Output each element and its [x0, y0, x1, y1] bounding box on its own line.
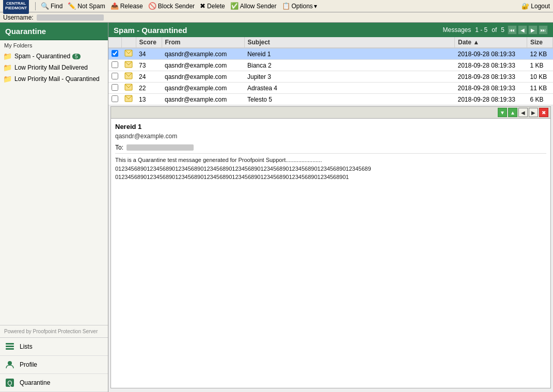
main-layout: Quarantine My Folders 📁 Spam - Quarantin… [0, 23, 553, 392]
preview-prev-button[interactable]: ◀ [518, 108, 528, 117]
row-subject-2: Jupiter 3 [244, 71, 455, 83]
next-page-button[interactable]: ▶ [528, 25, 538, 35]
options-button[interactable]: 📋 Options ▾ [282, 2, 317, 10]
email-table-wrapper: Score From Subject Date ▲ Size 34 qasndr… [108, 37, 553, 105]
sidebar-item-lowpriority-quarantined[interactable]: 📁 Low Priority Mail - Quarantined [0, 73, 108, 85]
col-icon [121, 37, 136, 48]
row-from-0: qasndr@example.com [162, 48, 244, 60]
svg-rect-0 [6, 343, 14, 345]
row-size-1: 1 KB [527, 60, 553, 71]
preview-close-button[interactable]: ✖ [539, 108, 548, 117]
row-date-3: 2018-09-28 08:19:33 [455, 83, 527, 94]
delete-icon: ✖ [200, 2, 206, 10]
row-subject-1: Bianca 2 [244, 60, 455, 71]
row-date-0: 2018-09-28 08:19:33 [455, 48, 527, 60]
nav-quarantine[interactable]: Q Quarantine [0, 374, 108, 392]
last-page-button[interactable]: ⏭ [539, 25, 548, 35]
release-icon: 📤 [110, 2, 119, 10]
my-folders-label: My Folders [0, 40, 108, 51]
preview-from: qasndr@example.com [115, 133, 546, 140]
col-from[interactable]: From [162, 37, 244, 48]
row-date-1: 2018-09-28 08:19:33 [455, 60, 527, 71]
row-size-0: 12 KB [527, 48, 553, 60]
email-table-body: 34 qasndr@example.com Nereid 1 2018-09-2… [108, 48, 553, 105]
col-subject[interactable]: Subject [244, 37, 455, 48]
sidebar-item-spam-quarantined[interactable]: 📁 Spam - Quarantined 5 [0, 51, 108, 62]
prev-page-button[interactable]: ◀ [518, 25, 527, 35]
delete-button[interactable]: ✖ Delete [200, 2, 225, 10]
sidebar: Quarantine My Folders 📁 Spam - Quarantin… [0, 23, 108, 392]
folder-name: Spam - Quarantined [14, 53, 70, 60]
row-email-icon-0 [121, 48, 136, 60]
release-button[interactable]: 📤 Release [110, 2, 143, 10]
page-range: 1 - 5 [475, 26, 487, 34]
quarantine-icon: Q [4, 377, 15, 388]
table-row[interactable]: 73 qasndr@example.com Bianca 2 2018-09-2… [108, 60, 553, 71]
row-date-2: 2018-09-28 08:19:33 [455, 71, 527, 83]
row-checkbox-1[interactable] [108, 60, 121, 71]
folder-icon-3: 📁 [3, 75, 12, 83]
table-row[interactable]: 34 qasndr@example.com Nereid 1 2018-09-2… [108, 48, 553, 60]
table-row[interactable]: 24 qasndr@example.com Jupiter 3 2018-09-… [108, 71, 553, 83]
allowsender-icon: ✅ [230, 2, 239, 10]
blocksender-icon: 🚫 [148, 2, 156, 10]
profile-icon [4, 359, 15, 370]
folder-name-2: Low Priority Mail Delivered [14, 64, 88, 71]
row-date-4: 2018-09-28 08:19:33 [455, 94, 527, 105]
table-row[interactable]: 13 qasndr@example.com Telesto 5 2018-09-… [108, 94, 553, 105]
row-email-icon-3 [121, 83, 136, 94]
logout-button[interactable]: 🔐 Logout [522, 3, 550, 10]
row-checkbox-2[interactable] [108, 71, 121, 83]
sidebar-footer: Powered by Proofpoint Protection Server [0, 325, 108, 337]
content-header: Spam - Quarantined Messages 1 - 5 of 5 ⏮… [108, 23, 553, 37]
to-value [127, 144, 194, 151]
username-label: Username: [3, 14, 34, 21]
row-from-3: qasndr@example.com [162, 83, 244, 94]
row-size-4: 6 KB [527, 94, 553, 105]
row-from-2: qasndr@example.com [162, 71, 244, 83]
preview-subject: Nereid 1 [115, 123, 546, 130]
preview-down-button[interactable]: ▼ [498, 108, 507, 117]
allowsender-button[interactable]: ✅ Allow Sender [230, 2, 277, 10]
notspam-button[interactable]: ✏️ Not Spam [68, 2, 105, 10]
row-size-3: 11 KB [527, 83, 553, 94]
nav-profile[interactable]: Profile [0, 356, 108, 374]
preview-text: This is a Quarantine test message genera… [115, 156, 546, 182]
sidebar-item-lowpriority-delivered[interactable]: 📁 Low Priority Mail Delivered [0, 62, 108, 73]
row-email-icon-2 [121, 71, 136, 83]
row-from-4: qasndr@example.com [162, 94, 244, 105]
row-checkbox-3[interactable] [108, 83, 121, 94]
col-score[interactable]: Score [136, 37, 162, 48]
preview-to-row: To: [115, 142, 546, 154]
row-subject-4: Telesto 5 [244, 94, 455, 105]
options-chevron: ▾ [314, 3, 317, 10]
nav-lists[interactable]: Lists [0, 338, 108, 356]
blocksender-button[interactable]: 🚫 Block Sender [148, 2, 195, 10]
table-row[interactable]: 22 qasndr@example.com Adrastea 4 2018-09… [108, 83, 553, 94]
find-button[interactable]: 🔍 Find [41, 2, 62, 10]
preview-up-button[interactable]: ▲ [508, 108, 517, 117]
col-date[interactable]: Date ▲ [455, 37, 527, 48]
row-from-1: qasndr@example.com [162, 60, 244, 71]
preview-next-button[interactable]: ▶ [529, 108, 538, 117]
row-score-0: 34 [136, 48, 162, 60]
content-area: Spam - Quarantined Messages 1 - 5 of 5 ⏮… [108, 23, 553, 392]
row-checkbox-4[interactable] [108, 94, 121, 105]
folder-icon-2: 📁 [3, 63, 12, 72]
pagination: Messages 1 - 5 of 5 ⏮ ◀ ▶ ⏭ [441, 25, 548, 35]
col-size[interactable]: Size [527, 37, 553, 48]
row-score-3: 22 [136, 83, 162, 94]
toolbar-separator [35, 2, 36, 10]
of-label: of [492, 26, 497, 34]
row-checkbox-0[interactable] [108, 48, 121, 60]
preview-body: Nereid 1 qasndr@example.com To: This is … [110, 118, 551, 388]
row-score-4: 13 [136, 94, 162, 105]
total-count: 5 [501, 26, 504, 34]
lists-icon [4, 341, 15, 352]
preview-toolbar: ▼ ▲ ◀ ▶ ✖ [110, 106, 551, 118]
options-icon: 📋 [282, 2, 290, 10]
first-page-button[interactable]: ⏮ [508, 25, 517, 35]
col-checkbox [108, 37, 121, 48]
bottom-nav: Lists Profile Q Quarantine [0, 337, 108, 392]
row-subject-3: Adrastea 4 [244, 83, 455, 94]
